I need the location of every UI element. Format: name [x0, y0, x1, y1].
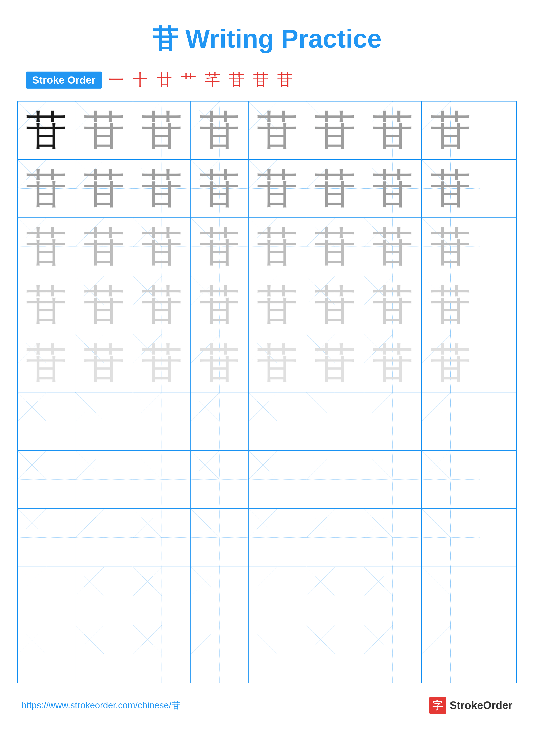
practice-char: 苷 — [372, 226, 413, 267]
grid-cell[interactable]: 苷 — [422, 101, 479, 159]
grid-cell[interactable] — [191, 625, 249, 683]
grid-cell[interactable]: 苷 — [18, 276, 75, 334]
grid-cell[interactable]: 苷 — [364, 334, 422, 392]
practice-grid: 苷 苷 苷 苷 苷 苷 苷 苷 — [17, 101, 517, 683]
grid-cell[interactable] — [364, 451, 422, 508]
grid-cell[interactable]: 苷 — [422, 276, 479, 334]
grid-cell[interactable] — [191, 451, 249, 508]
grid-cell[interactable] — [364, 567, 422, 625]
grid-cell[interactable] — [75, 567, 133, 625]
grid-cell[interactable]: 苷 — [18, 218, 75, 276]
grid-cell[interactable]: 苷 — [422, 334, 479, 392]
grid-cell[interactable] — [306, 625, 364, 683]
grid-cell[interactable]: 苷 — [75, 160, 133, 217]
grid-cell[interactable] — [306, 392, 364, 450]
grid-cell[interactable]: 苷 — [18, 160, 75, 217]
grid-cell[interactable]: 苷 — [75, 334, 133, 392]
grid-cell[interactable]: 苷 — [191, 101, 249, 159]
grid-cell[interactable]: 苷 — [306, 160, 364, 217]
grid-cell[interactable] — [18, 625, 75, 683]
grid-cell[interactable]: 苷 — [191, 218, 249, 276]
grid-row: 苷 苷 苷 苷 苷 苷 苷 苷 — [18, 101, 516, 160]
grid-row: 苷 苷 苷 苷 苷 苷 苷 苷 — [18, 334, 516, 392]
grid-cell[interactable] — [422, 392, 479, 450]
grid-cell[interactable] — [133, 509, 191, 567]
grid-cell[interactable]: 苷 — [75, 101, 133, 159]
grid-cell[interactable] — [75, 509, 133, 567]
grid-cell[interactable] — [422, 567, 479, 625]
grid-cell[interactable]: 苷 — [364, 160, 422, 217]
grid-cell[interactable]: 苷 — [249, 218, 306, 276]
footer-logo: 字 StrokeOrder — [429, 697, 513, 714]
grid-cell[interactable]: 苷 — [249, 276, 306, 334]
practice-char: 苷 — [257, 226, 298, 267]
practice-char: 苷 — [257, 110, 298, 151]
grid-cell[interactable] — [249, 567, 306, 625]
practice-char: 苷 — [84, 284, 124, 325]
stroke-4: 艹 — [181, 69, 201, 90]
grid-cell[interactable] — [249, 451, 306, 508]
footer-url[interactable]: https://www.strokeorder.com/chinese/苷 — [21, 699, 181, 712]
grid-cell[interactable] — [249, 509, 306, 567]
grid-cell[interactable] — [306, 509, 364, 567]
grid-cell[interactable] — [133, 392, 191, 450]
grid-cell[interactable]: 苷 — [422, 160, 479, 217]
grid-cell[interactable] — [75, 392, 133, 450]
grid-cell[interactable] — [364, 625, 422, 683]
grid-cell[interactable]: 苷 — [364, 218, 422, 276]
grid-cell[interactable] — [191, 392, 249, 450]
grid-cell[interactable] — [133, 567, 191, 625]
practice-char: 苷 — [430, 284, 471, 325]
grid-cell[interactable] — [133, 451, 191, 508]
grid-cell[interactable]: 苷 — [249, 334, 306, 392]
grid-cell[interactable] — [18, 451, 75, 508]
grid-cell[interactable]: 苷 — [306, 276, 364, 334]
grid-cell[interactable]: 苷 — [133, 160, 191, 217]
practice-char: 苷 — [26, 168, 67, 209]
grid-cell[interactable]: 苷 — [249, 101, 306, 159]
grid-cell[interactable] — [364, 392, 422, 450]
grid-cell[interactable]: 苷 — [306, 101, 364, 159]
grid-cell[interactable]: 苷 — [364, 276, 422, 334]
grid-cell[interactable]: 苷 — [133, 334, 191, 392]
grid-cell[interactable]: 苷 — [18, 334, 75, 392]
grid-cell[interactable]: 苷 — [133, 276, 191, 334]
grid-cell[interactable] — [18, 392, 75, 450]
grid-cell[interactable] — [422, 451, 479, 508]
grid-cell[interactable]: 苷 — [133, 101, 191, 159]
grid-cell[interactable]: 苷 — [75, 276, 133, 334]
grid-row — [18, 625, 516, 683]
practice-char: 苷 — [84, 226, 124, 267]
grid-cell[interactable]: 苷 — [364, 101, 422, 159]
grid-cell[interactable]: 苷 — [191, 160, 249, 217]
grid-cell[interactable]: 苷 — [306, 334, 364, 392]
grid-cell[interactable] — [75, 451, 133, 508]
grid-cell[interactable] — [364, 509, 422, 567]
grid-cell[interactable]: 苷 — [249, 160, 306, 217]
grid-cell[interactable] — [249, 625, 306, 683]
grid-cell[interactable]: 苷 — [191, 276, 249, 334]
grid-cell[interactable] — [18, 509, 75, 567]
practice-char: 苷 — [141, 110, 182, 151]
grid-cell[interactable]: 苷 — [133, 218, 191, 276]
grid-cell[interactable]: 苷 — [422, 218, 479, 276]
grid-cell[interactable] — [133, 625, 191, 683]
grid-cell[interactable] — [75, 625, 133, 683]
practice-char: 苷 — [26, 110, 67, 151]
grid-cell[interactable]: 苷 — [18, 101, 75, 159]
grid-cell[interactable] — [422, 509, 479, 567]
strokeorder-logo-text: StrokeOrder — [449, 699, 513, 712]
practice-char: 苷 — [199, 110, 240, 151]
grid-cell[interactable] — [18, 567, 75, 625]
grid-cell[interactable] — [191, 567, 249, 625]
grid-cell[interactable]: 苷 — [75, 218, 133, 276]
grid-cell[interactable] — [249, 392, 306, 450]
grid-cell[interactable] — [191, 509, 249, 567]
grid-cell[interactable]: 苷 — [191, 334, 249, 392]
grid-row — [18, 509, 516, 567]
grid-cell[interactable] — [306, 451, 364, 508]
grid-cell[interactable] — [422, 625, 479, 683]
grid-cell[interactable]: 苷 — [306, 218, 364, 276]
grid-cell[interactable] — [306, 567, 364, 625]
practice-char: 苷 — [315, 226, 355, 267]
